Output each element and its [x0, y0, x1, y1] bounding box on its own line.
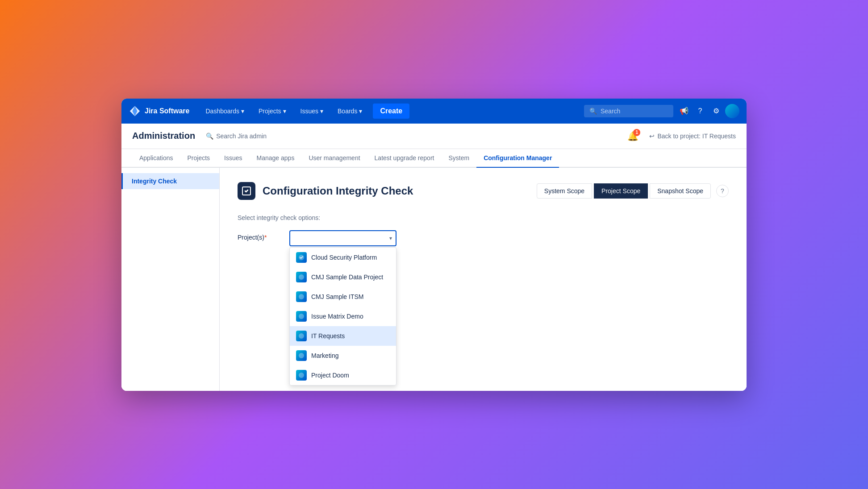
sidebar-item-integrity-check[interactable]: Integrity Check: [121, 173, 219, 189]
nav-projects[interactable]: Projects ▾: [253, 104, 292, 118]
main-content: Integrity Check Configuration Integrity …: [121, 168, 747, 391]
top-navigation: Jira Software Dashboards ▾ Projects ▾ Is…: [121, 99, 747, 124]
chevron-down-icon: ▾: [241, 108, 244, 115]
admin-title: Administration: [132, 131, 195, 141]
back-to-project-link[interactable]: ↩ Back to project: IT Requests: [649, 133, 736, 140]
nav-upgrade-report[interactable]: Latest upgrade report: [367, 149, 442, 168]
system-scope-button[interactable]: System Scope: [537, 183, 592, 199]
notification-badge[interactable]: 🔔 1: [627, 131, 638, 141]
secondary-navigation: Applications Projects Issues Manage apps…: [121, 149, 747, 168]
nav-system[interactable]: System: [441, 149, 476, 168]
project-icon: [296, 252, 307, 263]
page-title-area: Configuration Integrity Check: [238, 182, 413, 200]
svg-point-4: [299, 314, 304, 319]
logo[interactable]: Jira Software: [129, 105, 189, 117]
help-circle-icon[interactable]: ?: [716, 185, 729, 197]
nav-issues[interactable]: Issues ▾: [295, 104, 329, 118]
notifications-icon[interactable]: 📢: [677, 104, 691, 118]
main-window: Jira Software Dashboards ▾ Projects ▾ Is…: [121, 99, 747, 391]
svg-point-5: [299, 333, 304, 339]
admin-header: Administration 🔍 Search Jira admin 🔔 1 ↩…: [121, 124, 747, 149]
project-icon: [296, 311, 307, 322]
help-icon[interactable]: ?: [693, 104, 707, 118]
back-arrow-icon: ↩: [649, 133, 655, 140]
project-icon: [296, 331, 307, 341]
snapshot-scope-button[interactable]: Snapshot Scope: [650, 183, 711, 199]
projects-label: Project(s)*: [238, 230, 282, 241]
admin-search[interactable]: 🔍 Search Jira admin: [202, 131, 270, 141]
scope-buttons: System Scope Project Scope Snapshot Scop…: [537, 183, 729, 199]
chevron-down-icon: ▾: [320, 108, 323, 115]
chevron-down-icon: ▾: [283, 108, 286, 115]
create-button[interactable]: Create: [373, 104, 409, 119]
admin-title-area: Administration 🔍 Search Jira admin: [132, 131, 270, 141]
project-scope-button[interactable]: Project Scope: [594, 183, 648, 199]
project-icon: [296, 291, 307, 302]
project-icon: [296, 370, 307, 381]
nav-icons: 📢 ? ⚙: [677, 104, 739, 118]
avatar[interactable]: [725, 104, 739, 118]
project-icon: [296, 350, 307, 361]
projects-input[interactable]: [289, 230, 396, 246]
chevron-down-icon: ▾: [359, 108, 362, 115]
section-label: Select integrity check options:: [238, 214, 729, 221]
dropdown-item-cmj-sample-data[interactable]: CMJ Sample Data Project: [290, 267, 396, 287]
nav-dashboards[interactable]: Dashboards ▾: [200, 104, 250, 118]
dropdown-item-issue-matrix[interactable]: Issue Matrix Demo: [290, 307, 396, 326]
settings-icon[interactable]: ⚙: [709, 104, 723, 118]
search-box[interactable]: 🔍 Search: [584, 105, 673, 117]
page-content: Configuration Integrity Check System Sco…: [220, 168, 747, 391]
nav-issues[interactable]: Issues: [217, 149, 249, 168]
nav-user-management[interactable]: User management: [301, 149, 367, 168]
project-icon: [296, 272, 307, 282]
notification-count: 1: [633, 129, 640, 136]
svg-point-3: [299, 294, 304, 299]
search-icon: 🔍: [589, 108, 597, 115]
logo-text: Jira Software: [145, 107, 189, 115]
svg-point-2: [299, 274, 304, 280]
nav-boards[interactable]: Boards ▾: [332, 104, 367, 118]
dropdown-item-project-doom[interactable]: Project Doom: [290, 365, 396, 385]
projects-form-row: Project(s)* ▾ Cloud Security Platform: [238, 230, 729, 246]
svg-point-6: [299, 353, 304, 358]
dropdown-item-marketing[interactable]: Marketing: [290, 346, 396, 365]
nav-applications[interactable]: Applications: [132, 149, 180, 168]
required-marker: *: [264, 234, 267, 241]
sidebar: Integrity Check: [121, 168, 220, 391]
nav-projects[interactable]: Projects: [180, 149, 217, 168]
nav-configuration-manager[interactable]: Configuration Manager: [476, 149, 559, 168]
dropdown-item-it-requests[interactable]: IT Requests: [290, 326, 396, 346]
projects-select-wrapper: ▾ Cloud Security Platform: [289, 230, 396, 246]
dropdown-item-cmj-sample-itsm[interactable]: CMJ Sample ITSM: [290, 287, 396, 307]
nav-manage-apps[interactable]: Manage apps: [250, 149, 302, 168]
projects-dropdown: Cloud Security Platform CMJ Sample Data …: [289, 247, 396, 385]
dropdown-item-cloud-security[interactable]: Cloud Security Platform: [290, 248, 396, 267]
page-title: Configuration Integrity Check: [263, 185, 413, 197]
search-icon: 🔍: [206, 133, 213, 140]
svg-point-7: [299, 373, 304, 378]
page-title-icon: [238, 182, 255, 200]
page-header: Configuration Integrity Check System Sco…: [238, 182, 729, 200]
